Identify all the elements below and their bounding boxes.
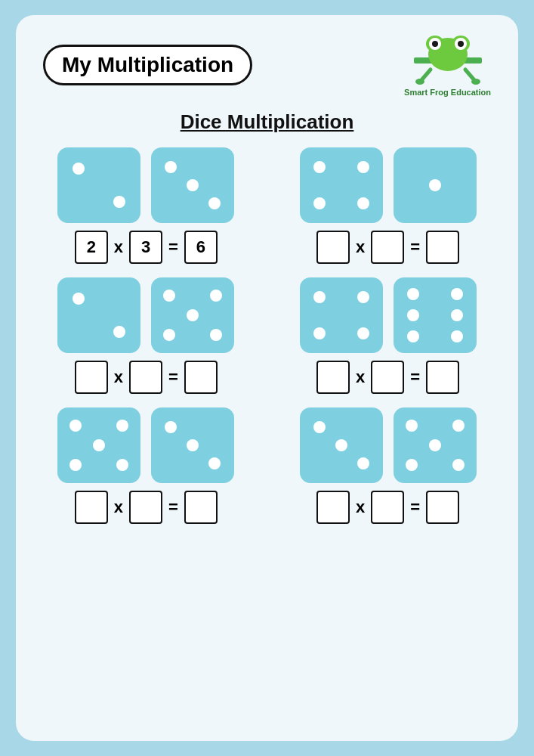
frog-logo-icon <box>414 33 482 86</box>
equals-op: = <box>168 367 178 387</box>
problem-row-2: x = x <box>43 277 491 394</box>
equals-op: = <box>410 497 420 517</box>
dice-row <box>300 407 477 483</box>
dice-row <box>57 277 234 353</box>
factor2-box[interactable] <box>371 231 404 264</box>
factor2-box[interactable] <box>129 491 162 524</box>
dice-row <box>300 147 477 223</box>
equation: 2 x 3 = 6 <box>75 231 218 264</box>
die-4 <box>394 147 477 223</box>
die-2 <box>151 147 234 223</box>
svg-line-8 <box>421 70 431 80</box>
factor2-box[interactable] <box>371 361 404 394</box>
logo-area: Smart Frog Education <box>404 33 491 97</box>
die-12 <box>394 407 477 483</box>
factor1-box[interactable] <box>316 231 350 264</box>
multiply-op: x <box>356 497 365 517</box>
svg-point-7 <box>458 41 464 47</box>
problem-2-right: x = <box>285 277 491 394</box>
multiply-op: x <box>114 367 123 387</box>
multiply-op: x <box>356 367 365 387</box>
equation: x = <box>316 231 459 264</box>
svg-point-6 <box>432 41 438 47</box>
result-box[interactable] <box>184 361 218 394</box>
svg-line-9 <box>465 70 474 80</box>
equals-op: = <box>410 367 420 387</box>
die-9 <box>57 407 140 483</box>
die-3 <box>300 147 383 223</box>
die-6 <box>151 277 234 353</box>
result-box[interactable] <box>426 231 459 264</box>
problem-row-3: x = x <box>43 407 491 524</box>
dice-row <box>57 407 234 483</box>
die-10 <box>151 407 234 483</box>
equals-op: = <box>168 497 178 517</box>
logo-text: Smart Frog Education <box>404 88 491 97</box>
die-1 <box>57 147 140 223</box>
factor2-box[interactable] <box>371 491 404 524</box>
result-box[interactable] <box>426 361 459 394</box>
factor2-box[interactable] <box>129 361 162 394</box>
page-title: My Multiplication <box>62 53 233 76</box>
multiply-op: x <box>356 237 365 257</box>
dice-row <box>300 277 477 353</box>
svg-point-10 <box>415 79 424 85</box>
result-box[interactable] <box>426 491 459 524</box>
problem-3-right: x = <box>285 407 491 524</box>
header: My Multiplication <box>43 33 491 97</box>
section-title: Dice Multiplication <box>181 110 354 134</box>
die-8 <box>394 277 477 353</box>
factor1-box[interactable] <box>316 361 350 394</box>
multiply-op: x <box>114 497 123 517</box>
problem-3-left: x = <box>43 407 249 524</box>
factor1-box[interactable] <box>75 361 108 394</box>
equation: x = <box>75 491 218 524</box>
problem-1-right: x = <box>285 147 491 264</box>
problem-2-left: x = <box>43 277 249 394</box>
multiply-op: x <box>114 237 123 257</box>
result-box[interactable] <box>184 491 218 524</box>
page: My Multiplication <box>16 15 518 741</box>
factor2-box[interactable]: 3 <box>129 231 162 264</box>
factor1-box[interactable]: 2 <box>75 231 108 264</box>
die-11 <box>300 407 383 483</box>
equation: x = <box>316 361 459 394</box>
title-box: My Multiplication <box>43 45 252 85</box>
svg-point-11 <box>471 79 480 85</box>
equation: x = <box>316 491 459 524</box>
die-7 <box>300 277 383 353</box>
die-5 <box>57 277 140 353</box>
result-box[interactable]: 6 <box>184 231 218 264</box>
dice-row <box>57 147 234 223</box>
problems-content: 2 x 3 = 6 x <box>43 147 491 524</box>
problem-row-1: 2 x 3 = 6 x <box>43 147 491 264</box>
equals-op: = <box>410 237 420 257</box>
equation: x = <box>75 361 218 394</box>
factor1-box[interactable] <box>316 491 350 524</box>
factor1-box[interactable] <box>75 491 108 524</box>
problem-1-left: 2 x 3 = 6 <box>43 147 249 264</box>
equals-op: = <box>168 237 178 257</box>
